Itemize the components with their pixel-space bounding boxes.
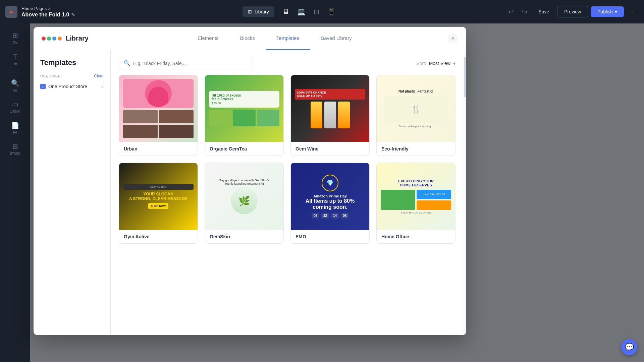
template-thumb-gemtea: Hit 10kg of excessfat In 3 weeks $20.00: [205, 75, 283, 142]
topbar: 🔺 Home Pages > Above the Fold 1.0 ✎ ⊞ Li…: [0, 0, 644, 23]
template-thumb-gemskin: Say goodbye to acne with GemSkin'sfreshl…: [205, 163, 283, 230]
templates-grid: Urban Hit 10kg of excessfat In 3 weeks $…: [111, 75, 464, 335]
search-bar-area: 🔍 Sort: Most View ▾: [111, 50, 464, 75]
template-thumb-active: GEM ACTIVE YOUR SLOGANA STRONG, CLEAR ME…: [119, 163, 198, 230]
filter-panel-title: Templates: [40, 58, 104, 67]
topbar-actions: ↩ ↪ Save Preview Publish ▾ ⋯: [505, 6, 639, 17]
brand-logo: 🔺: [5, 6, 17, 18]
modal-scrollbar[interactable]: [464, 50, 466, 335]
topbar-center: ⊞ Library 🖥 💻 ⊟ 📱: [79, 6, 501, 17]
template-thumb-home: EVERYTHING YOURHOME DESERVES Home Office…: [377, 163, 455, 230]
text-icon: T: [13, 53, 17, 60]
redo-button[interactable]: ↪: [519, 6, 530, 17]
modal-close-button[interactable]: ×: [447, 33, 458, 44]
template-card-active[interactable]: GEM ACTIVE YOUR SLOGANA STRONG, CLEAR ME…: [119, 163, 198, 244]
modal-body: Templates USE CASE Clear ✓ One Product S…: [34, 50, 466, 335]
stack-icon: ⊟: [12, 142, 18, 150]
filter-clear-button[interactable]: Clear: [94, 74, 104, 78]
use-case-label: USE CASE: [40, 74, 60, 78]
template-card-home[interactable]: EVERYTHING YOURHOME DESERVES Home Office…: [376, 163, 455, 244]
sidebar-item-text[interactable]: T Te: [3, 50, 27, 68]
template-name-emo: EMO: [291, 230, 369, 243]
laptop-icon[interactable]: 💻: [294, 6, 308, 17]
template-thumb-gemwine: 100% GIFT CHANCESALE UP TO 80%: [291, 75, 369, 142]
search-icon: 🔍: [124, 60, 130, 66]
chat-widget-button[interactable]: 💬: [621, 339, 637, 355]
search-icon: 🔍: [11, 79, 19, 87]
elements-icon: ⊞: [12, 32, 18, 40]
sort-dropdown[interactable]: Sort: Most View ▾: [416, 61, 455, 66]
publish-chevron-icon: ▾: [615, 9, 617, 14]
sidebar-divider: [7, 72, 23, 72]
template-thumb-eco: Not plastic. Fantastic! 🍴 Focus on livin…: [377, 75, 455, 142]
filter-item-one-product[interactable]: ✓ One Product Store 5: [40, 82, 104, 90]
template-name-active: Gym Active: [119, 230, 198, 243]
filter-panel: Templates USE CASE Clear ✓ One Product S…: [34, 50, 111, 335]
template-card-urban[interactable]: Urban: [119, 75, 198, 156]
sort-chevron-icon: ▾: [453, 61, 455, 66]
content-area: 🔍 Sort: Most View ▾: [111, 50, 464, 335]
edit-title-icon[interactable]: ✎: [71, 12, 75, 17]
search-wrapper: 🔍: [119, 57, 253, 69]
template-name-home: Home Office: [377, 230, 455, 243]
tab-templates[interactable]: Templates: [266, 27, 310, 50]
sidebar-item-banner[interactable]: ▭ BANN: [3, 98, 27, 116]
template-card-gemwine[interactable]: 100% GIFT CHANCESALE UP TO 80% Gem Wine: [290, 75, 370, 156]
logo-dot-green: [47, 37, 51, 41]
undo-button[interactable]: ↩: [505, 6, 517, 17]
modal-logo: [42, 37, 62, 41]
preview-button[interactable]: Preview: [557, 6, 588, 17]
sidebar-item-pages[interactable]: 📄 PA: [3, 119, 27, 137]
template-name-urban: Urban: [119, 142, 198, 156]
banner-icon: ▭: [12, 100, 18, 108]
search-input[interactable]: [133, 61, 248, 66]
library-button[interactable]: ⊞ Library: [243, 6, 274, 17]
template-name-eco: Eco-friendly: [377, 142, 455, 156]
template-card-gemtea[interactable]: Hit 10kg of excessfat In 3 weeks $20.00: [205, 75, 284, 156]
filter-section-header: USE CASE Clear: [40, 74, 104, 78]
publish-button[interactable]: Publish ▾: [591, 6, 624, 17]
desktop-icon[interactable]: 🖥: [280, 6, 292, 17]
tab-elements[interactable]: Elements: [187, 27, 229, 50]
device-selector: 🖥 💻 ⊟ 📱: [280, 6, 338, 17]
template-thumb-emo: 💎 Amazon Prime DayAll Items up to 80%com…: [291, 163, 369, 230]
template-name-gemwine: Gem Wine: [291, 142, 369, 156]
page-title: Above the Fold 1.0 ✎: [21, 12, 75, 18]
scrollbar-thumb: [464, 57, 466, 97]
sidebar-item-elements[interactable]: ⊞ Ele: [3, 29, 27, 47]
modal-overlay[interactable]: Library Elements Blocks Templates Saved …: [30, 23, 644, 362]
tab-saved-library[interactable]: Saved Library: [310, 27, 363, 50]
template-name-gemskin: GemSkin: [205, 230, 283, 243]
sidebar-item-search[interactable]: 🔍 Se: [3, 76, 27, 95]
modal-title: Library: [66, 35, 89, 42]
breadcrumb: Home Pages >: [21, 6, 75, 11]
logo-dot-red: [42, 37, 46, 41]
filter-checkbox[interactable]: ✓: [40, 84, 46, 89]
tablet-icon[interactable]: ⊟: [311, 6, 322, 17]
modal-tabs: Elements Blocks Templates Saved Library: [102, 27, 447, 50]
more-options-button[interactable]: ⋯: [627, 6, 639, 17]
pages-icon: 📄: [11, 121, 19, 129]
mobile-icon[interactable]: 📱: [325, 6, 338, 17]
template-card-gemskin[interactable]: Say goodbye to acne with GemSkin'sfreshl…: [205, 163, 284, 244]
template-card-eco[interactable]: Not plastic. Fantastic! 🍴 Focus on livin…: [376, 75, 455, 156]
logo-dot-blue: [52, 37, 56, 41]
save-button[interactable]: Save: [533, 6, 554, 17]
filter-count: 5: [101, 84, 104, 89]
library-icon: ⊞: [248, 9, 252, 14]
filter-label: One Product Store: [48, 84, 87, 89]
template-card-emo[interactable]: 💎 Amazon Prime DayAll Items up to 80%com…: [290, 163, 370, 244]
template-name-gemtea: Organic GemTea: [205, 142, 283, 156]
modal-header: Library Elements Blocks Templates Saved …: [34, 27, 466, 50]
tab-blocks[interactable]: Blocks: [229, 27, 266, 50]
sidebar-item-stack[interactable]: ⊟ STACK: [3, 140, 27, 158]
logo-dot-orange: [58, 37, 62, 41]
template-thumb-urban: [119, 75, 198, 142]
library-modal: Library Elements Blocks Templates Saved …: [34, 27, 466, 335]
left-sidebar: ⊞ Ele T Te 🔍 Se ▭ BANN 📄 PA ⊟ STACK: [0, 23, 30, 362]
